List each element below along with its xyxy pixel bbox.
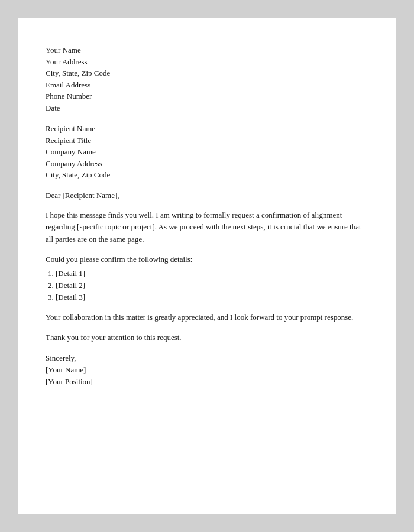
closing-word: Sincerely, — [46, 352, 368, 364]
detail-3: 3. [Detail 3] — [48, 291, 368, 303]
sender-name: Your Name — [46, 44, 368, 56]
paragraph1-text: I hope this message finds you well. I am… — [46, 209, 368, 245]
recipient-name: Recipient Name — [46, 123, 368, 135]
sender-email: Email Address — [46, 79, 368, 91]
body-paragraph-2: Your collaboration in this matter is gre… — [46, 312, 368, 323]
detail-2: 2. [Detail 2] — [48, 280, 368, 291]
recipient-block: Recipient Name Recipient Title Company N… — [46, 123, 368, 181]
closing-position: [Your Position] — [46, 376, 368, 388]
closing-block: Sincerely, [Your Name] [Your Position] — [46, 352, 368, 388]
sender-block: Your Name Your Address City, State, Zip … — [46, 44, 368, 113]
sender-phone: Phone Number — [46, 90, 368, 102]
paragraph3-text: Thank you for your attention to this req… — [46, 332, 368, 343]
recipient-title: Recipient Title — [46, 135, 368, 147]
sender-city-state-zip: City, State, Zip Code — [46, 67, 368, 79]
list-intro: Could you please confirm the following d… — [46, 254, 368, 265]
salutation-text: Dear [Recipient Name], — [46, 190, 368, 202]
paragraph2-text: Your collaboration in this matter is gre… — [46, 312, 368, 323]
closing-name: [Your Name] — [46, 364, 368, 376]
recipient-company-name: Company Name — [46, 146, 368, 158]
recipient-city-state-zip: City, State, Zip Code — [46, 169, 368, 181]
letter-page: Your Name Your Address City, State, Zip … — [18, 18, 396, 514]
salutation: Dear [Recipient Name], — [46, 190, 368, 202]
detail-1: 1. [Detail 1] — [48, 268, 368, 280]
recipient-company-address: Company Address — [46, 158, 368, 170]
sender-address: Your Address — [46, 56, 368, 68]
sender-date: Date — [46, 102, 368, 114]
body-paragraph-1: I hope this message finds you well. I am… — [46, 209, 368, 245]
body-paragraph-3: Thank you for your attention to this req… — [46, 332, 368, 343]
detail-list: 1. [Detail 1] 2. [Detail 2] 3. [Detail 3… — [46, 268, 368, 303]
body-list-section: Could you please confirm the following d… — [46, 254, 368, 304]
